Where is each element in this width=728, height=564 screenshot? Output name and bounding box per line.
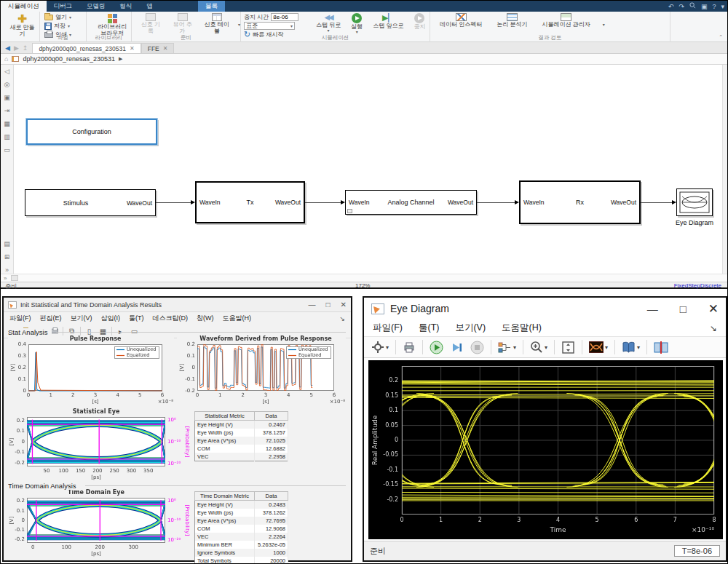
close-icon[interactable]: ✕: [341, 301, 347, 309]
maximize-icon[interactable]: □: [680, 303, 687, 315]
logic-analyzer-button[interactable]: 논리 분석기: [494, 12, 529, 36]
pan-tool-icon[interactable]: ⇥: [4, 107, 10, 114]
insert-colorbar-icon[interactable]: ▯: [84, 326, 95, 336]
fit-to-view-button[interactable]: [560, 339, 577, 356]
block-rx[interactable]: WaveIn Rx WaveOut: [519, 180, 641, 224]
library-browser-button[interactable]: 라이브러리 브라우저: [93, 12, 131, 37]
undo-icon[interactable]: ↶: [668, 3, 674, 10]
signal-table-button[interactable]: 신호 테이블: [201, 12, 232, 36]
model-browser-icon[interactable]: ⊞: [4, 253, 10, 261]
menu-tools[interactable]: 툴(T): [129, 314, 144, 323]
model-data-icon[interactable]: ▤: [4, 240, 10, 247]
menu-window[interactable]: 창(W): [197, 314, 214, 323]
help-icon[interactable]: ?: [712, 3, 716, 10]
block-analog-channel[interactable]: WaveIn Analog Channel WaveOut: [345, 190, 477, 215]
menu-file[interactable]: 파일(F): [373, 322, 403, 334]
open-button[interactable]: 열기▾: [44, 13, 86, 21]
tab-simulation[interactable]: 시뮬레이션: [1, 1, 47, 12]
minimize-icon[interactable]: —: [309, 301, 316, 309]
menu-desktop[interactable]: 데스크탑(D): [153, 314, 189, 323]
save-button[interactable]: 저장▾: [44, 22, 86, 30]
horizontal-scrollbar[interactable]: »: [1, 274, 727, 282]
tab-modeling[interactable]: 모델링: [79, 1, 113, 12]
run-button[interactable]: 실행▾: [349, 12, 365, 36]
dock-icon[interactable]: ↘: [710, 323, 717, 333]
results-overflow-icon[interactable]: ▾: [603, 22, 605, 27]
nav-forward-icon[interactable]: ▶: [14, 44, 19, 52]
cursor-icon[interactable]: ▸: [115, 326, 126, 336]
new-model-button[interactable]: ✚ 새로 만들기: [5, 12, 39, 37]
stop-time-input[interactable]: [271, 13, 298, 21]
screenshot-icon[interactable]: ▣: [701, 3, 708, 10]
tab-format[interactable]: 형식: [113, 1, 140, 12]
print-button[interactable]: [401, 339, 417, 355]
block-eye-diagram-scope[interactable]: [676, 188, 713, 216]
zoom-button[interactable]: ▾: [529, 339, 549, 355]
breadcrumb-expand-icon[interactable]: ▶: [119, 56, 122, 62]
menu-view[interactable]: 보기(V): [71, 314, 92, 323]
dock-icon[interactable]: ↘: [339, 315, 345, 322]
search-icon[interactable]: [689, 2, 696, 10]
wire[interactable]: [156, 202, 191, 203]
minimize-icon[interactable]: —: [647, 303, 658, 315]
insert-legend-icon[interactable]: ▦: [98, 326, 108, 336]
annotation-icon[interactable]: ▦: [4, 120, 10, 127]
compare-button[interactable]: [652, 340, 670, 355]
close-tab-icon[interactable]: ✕: [130, 45, 135, 52]
close-tab-icon[interactable]: ✕: [163, 45, 168, 52]
add-viewer-button[interactable]: 뷰어 추가: [170, 12, 196, 36]
tab-block[interactable]: 블록: [198, 1, 225, 12]
doc-tab-ffe[interactable]: FFE✕: [141, 43, 175, 53]
doc-tab-model[interactable]: dphy2000q00_renesas_230531✕: [32, 43, 141, 53]
wire[interactable]: [305, 202, 341, 203]
eye-diagram-mode-button[interactable]: ▾: [587, 340, 609, 354]
step-forward-button[interactable]: [448, 339, 465, 356]
eye-title-bar[interactable]: Eye Diagram — □ ✕: [364, 298, 726, 319]
expand-icon[interactable]: »: [4, 275, 7, 282]
close-icon[interactable]: ✕: [708, 301, 719, 317]
menu-help[interactable]: 도움말(H): [223, 314, 252, 323]
maximize-icon[interactable]: □: [326, 301, 331, 309]
menu-view[interactable]: 보기(V): [455, 322, 486, 334]
nav-back-icon[interactable]: ◀: [5, 44, 10, 52]
collapse-ribbon-icon[interactable]: ⌃: [719, 34, 723, 40]
rotate-icon[interactable]: ▭: [129, 326, 140, 336]
run-button[interactable]: [428, 339, 445, 356]
prepare-overflow-icon[interactable]: ▾: [238, 22, 240, 27]
vertical-scrollbar[interactable]: [722, 65, 727, 274]
stop-button[interactable]: 중지: [411, 12, 427, 36]
hide-browser-icon[interactable]: ◁: [4, 68, 9, 75]
expand-icon[interactable]: »: [5, 266, 9, 274]
block-tx[interactable]: WaveIn Tx WaveOut: [195, 181, 305, 223]
fit-view-icon[interactable]: ▣: [4, 94, 10, 101]
menu-tools[interactable]: 툴(T): [419, 322, 439, 334]
step-back-button[interactable]: ◀◀ 스텝 뒤로▾: [314, 12, 343, 36]
tab-debug[interactable]: 디버그: [47, 1, 80, 12]
scroll-thumb[interactable]: [11, 275, 18, 281]
status-solver[interactable]: FixedStepDiscrete: [674, 282, 721, 289]
area-icon[interactable]: ▥: [4, 133, 10, 140]
breadcrumb-model-name[interactable]: dphy2000q00_renesas_230531: [23, 55, 115, 63]
menu-file[interactable]: 파일(F): [9, 314, 31, 323]
zoom-tool-icon[interactable]: ◎: [4, 81, 10, 88]
menu-insert[interactable]: 삽입(I): [101, 314, 121, 323]
settings-button[interactable]: ▾: [370, 339, 390, 355]
home-icon[interactable]: ⌂: [4, 55, 8, 63]
log-signals-button[interactable]: 신호 기록: [138, 12, 164, 36]
block-stimulus[interactable]: Stimulus WaveOut: [25, 189, 156, 216]
redo-icon[interactable]: ↷: [678, 3, 684, 10]
block-configuration[interactable]: Configuration: [26, 119, 157, 145]
link-icon[interactable]: ⧉: [66, 326, 77, 336]
menu-edit[interactable]: 편집(E): [40, 314, 62, 323]
tab-apps[interactable]: 앱: [140, 1, 161, 12]
box-icon[interactable]: ▭: [4, 146, 10, 154]
menu-help[interactable]: 도움말(H): [502, 322, 542, 334]
data-inspector-button[interactable]: 데이터 인스펙터: [438, 12, 484, 36]
results-title-bar[interactable]: Init Statistical and Time Domain Analysi…: [4, 298, 351, 312]
simulate-source-button[interactable]: ▾: [496, 340, 518, 355]
sim-manager-button[interactable]: 시뮬레이션 관리자: [539, 12, 592, 36]
wire[interactable]: [477, 202, 515, 203]
sim-mode-select[interactable]: 표준▾: [244, 22, 295, 30]
step-forward-button[interactable]: ▶▏ 스텝 앞으로: [371, 12, 405, 36]
caret-icon[interactable]: ▾: [721, 3, 724, 10]
